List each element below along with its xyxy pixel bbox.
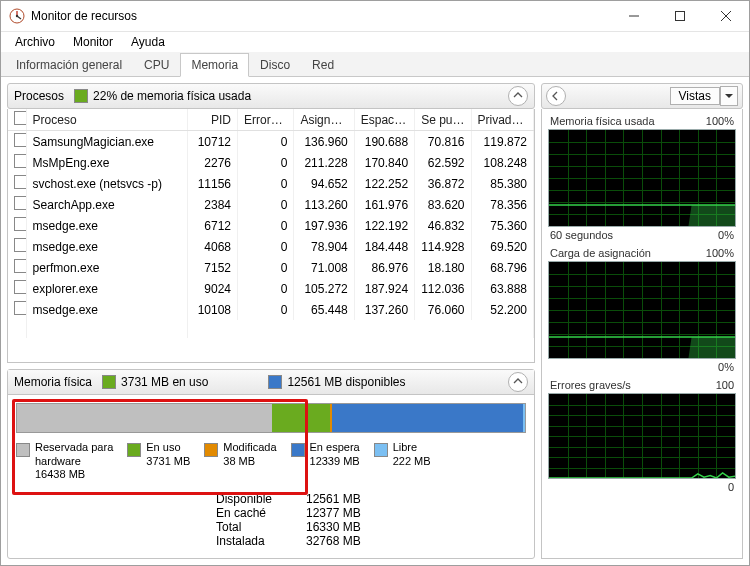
cell-proceso: svchost.exe (netsvcs -p) — [26, 173, 187, 194]
col-proceso[interactable]: Proceso — [26, 109, 187, 131]
memoria-disp-label: 12561 MB disponibles — [287, 375, 405, 389]
cell: 83.620 — [415, 194, 471, 215]
cell-proceso: SamsungMagician.exe — [26, 131, 187, 153]
menu-archivo[interactable]: Archivo — [7, 33, 63, 51]
col-checkbox[interactable] — [8, 109, 26, 131]
side-pane: Vistas Memoria física usada100%60 segund… — [541, 77, 749, 565]
table-row[interactable]: MsMpEng.exe22760211.228170.84062.592108.… — [8, 152, 534, 173]
cell: 94.652 — [294, 173, 354, 194]
cell-proceso: explorer.exe — [26, 278, 187, 299]
cell-proceso: msedge.exe — [26, 236, 187, 257]
titlebar: Monitor de recursos — [1, 1, 749, 32]
table-row[interactable]: SearchApp.exe23840113.260161.97683.62078… — [8, 194, 534, 215]
cell: 78.356 — [471, 194, 533, 215]
checkbox-icon[interactable] — [14, 111, 26, 125]
legend-modificada: Modificada38 MB — [204, 441, 276, 482]
checkbox-icon[interactable] — [14, 238, 26, 252]
close-button[interactable] — [703, 1, 749, 31]
legend-value: 12339 MB — [310, 455, 360, 469]
swatch-icon — [374, 443, 388, 457]
cell: 63.888 — [471, 278, 533, 299]
memoria-fisica-header[interactable]: Memoria física 3731 MB en uso 12561 MB d… — [8, 370, 534, 395]
col-espacio[interactable]: Espacio ... — [354, 109, 414, 131]
cell: 190.688 — [354, 131, 414, 153]
table-row[interactable]: msedge.exe67120197.936122.19246.83275.36… — [8, 215, 534, 236]
cell: 46.832 — [415, 215, 471, 236]
cell: 105.272 — [294, 278, 354, 299]
cell: 211.228 — [294, 152, 354, 173]
bar-segment-en_espera — [332, 404, 523, 432]
bar-segment-en_uso — [272, 404, 330, 432]
cell: 85.380 — [471, 173, 533, 194]
legend-value: 38 MB — [223, 455, 276, 469]
legend-enespera: En espera12339 MB — [291, 441, 360, 482]
checkbox-icon[interactable] — [14, 133, 26, 147]
cell: 114.928 — [415, 236, 471, 257]
memoria-collapse-button[interactable] — [508, 372, 528, 392]
stat-key: Instalada — [216, 534, 286, 548]
col-errores[interactable]: Errores ... — [238, 109, 294, 131]
procesos-header[interactable]: Procesos 22% de memoria física usada — [7, 83, 535, 109]
legend-label: Libre — [393, 441, 431, 455]
menu-ayuda[interactable]: Ayuda — [123, 33, 173, 51]
tab-disco[interactable]: Disco — [249, 53, 301, 76]
tab-red[interactable]: Red — [301, 53, 345, 76]
table-row[interactable]: svchost.exe (netsvcs -p)11156094.652122.… — [8, 173, 534, 194]
chart-max: 100% — [706, 247, 734, 259]
minimize-button[interactable] — [611, 1, 657, 31]
cell: 184.448 — [354, 236, 414, 257]
cell: 6712 — [187, 215, 237, 236]
procesos-collapse-button[interactable] — [508, 86, 528, 106]
tab-informacion-general[interactable]: Información general — [5, 53, 133, 76]
cell: 71.008 — [294, 257, 354, 278]
checkbox-icon[interactable] — [14, 280, 26, 294]
cell: 62.592 — [415, 152, 471, 173]
vistas-button[interactable]: Vistas — [670, 87, 720, 105]
checkbox-icon[interactable] — [14, 259, 26, 273]
col-pid[interactable]: PID — [187, 109, 237, 131]
legend-value: 3731 MB — [146, 455, 190, 469]
cell: 122.252 — [354, 173, 414, 194]
main-pane: Procesos 22% de memoria física usada — [1, 77, 541, 565]
vistas-dropdown-button[interactable] — [720, 86, 738, 106]
tab-cpu[interactable]: CPU — [133, 53, 180, 76]
cell: 113.260 — [294, 194, 354, 215]
col-asignacion[interactable]: Asignaci... — [294, 109, 354, 131]
cell: 122.192 — [354, 215, 414, 236]
cell: 10108 — [187, 299, 237, 320]
window-title: Monitor de recursos — [31, 9, 611, 23]
checkbox-icon[interactable] — [14, 301, 26, 315]
cell: 108.248 — [471, 152, 533, 173]
cell: 11156 — [187, 173, 237, 194]
checkbox-icon[interactable] — [14, 217, 26, 231]
checkbox-icon[interactable] — [14, 154, 26, 168]
table-row[interactable]: perfmon.exe7152071.00886.97618.18068.796 — [8, 257, 534, 278]
table-row[interactable]: SamsungMagician.exe107120136.960190.6887… — [8, 131, 534, 153]
chart-title: Carga de asignación — [550, 247, 651, 259]
menu-monitor[interactable]: Monitor — [65, 33, 121, 51]
checkbox-icon[interactable] — [14, 196, 26, 210]
cell: 136.960 — [294, 131, 354, 153]
bar-segment-reservada — [17, 404, 272, 432]
col-sepuede[interactable]: Se pue... — [415, 109, 471, 131]
window: Monitor de recursos Archivo Monitor Ayud… — [0, 0, 750, 566]
checkbox-icon[interactable] — [14, 175, 26, 189]
table-row[interactable]: msedge.exe4068078.904184.448114.92869.52… — [8, 236, 534, 257]
col-privada[interactable]: Privada ... — [471, 109, 533, 131]
table-row[interactable]: explorer.exe90240105.272187.924112.03663… — [8, 278, 534, 299]
swatch-icon — [291, 443, 305, 457]
side-collapse-button[interactable] — [546, 86, 566, 106]
chart-min: 0 — [728, 481, 734, 493]
legend-label: En espera — [310, 441, 360, 455]
svg-rect-3 — [676, 12, 685, 21]
cell: 197.936 — [294, 215, 354, 236]
swatch-icon — [204, 443, 218, 457]
chart-xaxis: 60 segundos — [550, 229, 613, 241]
legend-label: Modificada — [223, 441, 276, 455]
stat-key: Disponible — [216, 492, 286, 506]
tab-memoria[interactable]: Memoria — [180, 53, 249, 77]
cell: 7152 — [187, 257, 237, 278]
maximize-button[interactable] — [657, 1, 703, 31]
cell: 0 — [238, 278, 294, 299]
table-row[interactable]: msedge.exe10108065.448137.26076.06052.20… — [8, 299, 534, 320]
